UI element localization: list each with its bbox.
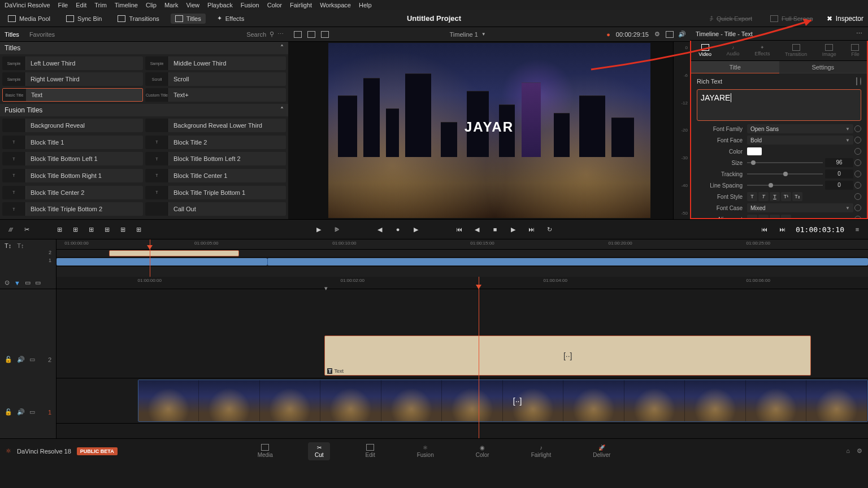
go-end-icon[interactable]: ⏭ [526,224,536,234]
lower-track-1[interactable]: [··] [57,378,868,424]
upper-track-1[interactable]: 1 [57,258,868,267]
insert-icon[interactable]: ⊞ [54,224,64,234]
sync-bin-button[interactable]: Sync Bin [62,14,106,24]
title-item[interactable]: SampleMiddle Lower Third [145,56,286,70]
reset-icon[interactable] [854,171,861,177]
titles-button[interactable]: Titles [171,14,206,24]
cut-icon[interactable]: ✂ [21,224,32,234]
chevron-down-icon[interactable]: ▼ [481,32,486,37]
title-item[interactable]: TBlock Title Bottom Left 2 [145,152,286,165]
insp-tab-video[interactable]: Video [698,44,711,57]
title-item[interactable]: ScrollScroll [145,72,286,86]
home-icon[interactable]: ⌂ [846,447,850,455]
insp-tab-transition[interactable]: Transition [785,44,807,57]
snap-icon[interactable]: ⊙ [5,279,10,286]
size-value[interactable]: 96 [825,158,853,167]
effects-button[interactable]: ✦Effects [212,13,249,24]
title-item[interactable]: Background Reveal Lower Third [145,119,286,132]
go-start-icon[interactable]: ⏮ [454,224,464,234]
reset-icon[interactable] [854,182,861,189]
timeline-view-icon[interactable]: T↕ [17,242,24,249]
tracking-value[interactable]: 0 [825,169,853,178]
append-icon[interactable]: ⊞ [70,224,80,234]
reset-icon[interactable] [854,216,861,218]
track-head-2[interactable]: 🔓 🔊 ▭ 2 [0,333,56,386]
video-icon[interactable]: ▭ [29,408,35,416]
title-item[interactable]: Background Reveal [2,119,143,132]
video-icon[interactable]: ▭ [29,356,35,363]
title-item[interactable]: Basic TitleText [2,88,143,102]
upper-track-2[interactable]: 2 [57,250,868,258]
prev-edit-icon[interactable]: ◀ [375,224,385,234]
viewer-mode-icon[interactable] [321,31,329,38]
keyframe-icon[interactable] [856,77,857,85]
page-deliver[interactable]: 🚀Deliver [586,442,617,460]
title-item[interactable]: SampleRight Lower Third [2,72,143,86]
transport-tool-icon[interactable]: ⫸ [332,224,342,234]
inspector-button[interactable]: ✖Inspector [827,15,863,23]
align-center[interactable]: ≡ [758,215,769,218]
next-edit-icon[interactable]: ▶ [411,224,421,234]
flag-icon[interactable]: ▭ [25,279,31,286]
reset-icon[interactable] [854,204,861,211]
record-timecode[interactable]: 01:00:03:10 [796,225,844,234]
mark-out-icon[interactable]: ⏭ [778,224,788,234]
size-slider[interactable] [747,162,823,163]
page-fairlight[interactable]: ♪Fairlight [524,442,558,460]
title-item[interactable]: TBlock Title 2 [145,136,286,149]
tab-titles[interactable]: Titles [5,31,19,38]
viewer-mode-icon[interactable] [294,31,302,38]
line-spacing-value[interactable]: 0 [825,181,853,190]
transitions-button[interactable]: Transitions [113,14,163,24]
align-justify[interactable]: ≡ [781,215,791,218]
more-icon[interactable]: ⋯ [856,30,862,37]
view-icon[interactable]: ▭ [35,279,41,286]
title-item[interactable]: TBlock Title Center 1 [145,169,286,182]
font-style-super[interactable]: T¹ [781,192,791,201]
speaker-icon[interactable]: 🔊 [17,356,25,363]
full-screen-button[interactable]: Full Screen [766,14,818,24]
settings-gear-icon[interactable]: ⚙ [857,447,862,455]
line-spacing-slider[interactable] [747,185,823,186]
title-item[interactable]: TBlock Title Bottom Left 1 [2,152,143,165]
insp-tab-file[interactable]: File [851,44,860,57]
jog-icon[interactable]: ● [393,224,403,234]
timeline-name[interactable]: Timeline 1 [449,31,478,38]
transport-tool-icon[interactable]: ▶ [314,224,324,234]
mark-in-icon[interactable]: ⏮ [760,224,770,234]
title-overlay[interactable]: JAYAR [465,119,514,135]
menu-item[interactable]: Clip [146,2,157,8]
menu-item[interactable]: Timeline [115,2,138,8]
section-fusion-titles[interactable]: Fusion Titles˄ [0,104,288,116]
lower-ruler[interactable]: 01:00:00:00 01:00:02:00 01:00:04:00 01:0… [57,277,868,289]
menu-item[interactable]: Color [267,2,282,8]
font-family-select[interactable]: Open Sans▼ [747,124,853,133]
insp-tab-effects[interactable]: ✦Effects [754,45,770,56]
viewer-canvas[interactable]: JAYAR [328,43,650,218]
title-item[interactable]: Call Out [145,202,286,216]
tab-favorites[interactable]: Favorites [29,31,55,38]
speaker-icon[interactable]: 🔊 [678,30,686,38]
lower-track-2[interactable]: [··] TText [57,333,868,378]
menu-item[interactable]: Help [359,2,372,8]
lock-icon[interactable]: 🔓 [5,356,12,363]
view-icon[interactable] [666,31,674,38]
quick-export-button[interactable]: ⤴Quick Export [705,14,757,24]
page-cut[interactable]: ✂Cut [308,442,331,460]
reset-icon[interactable] [854,125,861,132]
lock-icon[interactable]: 🔓 [5,408,12,416]
font-style-underline[interactable]: T [770,192,780,201]
timeline-view-icon[interactable]: T↕ [5,242,11,249]
menu-item[interactable]: DaVinci Resolve [5,2,50,8]
ripple-icon[interactable]: ⊞ [86,224,96,234]
video-clip[interactable]: [··] [138,380,868,422]
title-clip-mini[interactable] [109,250,239,256]
playhead[interactable] [479,277,479,438]
speaker-icon[interactable]: 🔊 [17,408,25,416]
font-style-normal[interactable]: T [747,192,757,201]
tools-icon[interactable]: ⚙ [654,30,660,38]
loop-icon[interactable]: ↻ [544,224,554,234]
align-right[interactable]: ≡ [770,215,780,218]
reset-icon[interactable] [854,148,861,155]
insp-tab-audio[interactable]: ♪Audio [727,45,740,56]
